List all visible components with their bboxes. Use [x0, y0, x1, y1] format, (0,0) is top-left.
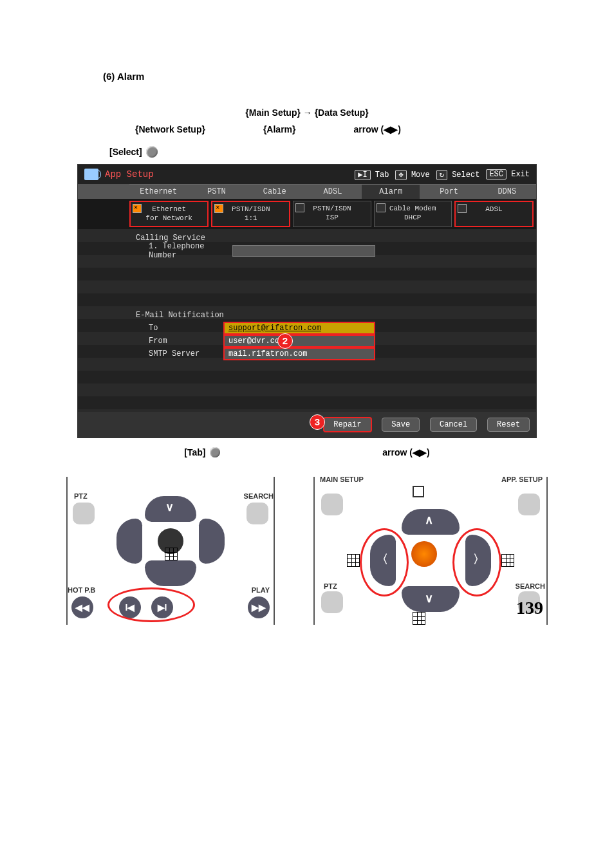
conn-sublabel: ISP: [326, 214, 339, 221]
hint-move: Move: [411, 171, 430, 180]
section-heading: (6) Alarm: [103, 71, 550, 82]
below-arrow-label: arrow (◀▶): [382, 447, 429, 457]
tab-adsl[interactable]: ADSL: [304, 184, 362, 199]
email-from-input[interactable]: user@dvr.com: [223, 335, 375, 347]
marker-2: 2: [277, 333, 293, 349]
dpad-left[interactable]: [116, 519, 142, 564]
grid-icon-left: [347, 554, 360, 567]
stop-icon-top: [413, 486, 424, 497]
tab-button-icon: [210, 447, 220, 457]
remote1-hotpb-label: HOT P.B: [68, 586, 95, 594]
app-title: App Setup: [105, 169, 154, 180]
hint-key-tab: ▶I: [355, 170, 370, 180]
grid-icon: [165, 548, 178, 560]
dpad-down[interactable]: [145, 560, 196, 586]
dpad-right[interactable]: [199, 519, 225, 564]
remote2-left-ring: [360, 528, 409, 596]
conn-pstn-11[interactable]: PSTN/ISDN 1:1: [211, 201, 290, 227]
checkbox-pstn-11[interactable]: [214, 204, 223, 213]
tab-port[interactable]: Port: [420, 184, 478, 199]
phone-number-input[interactable]: [232, 245, 375, 257]
checkbox-ethernet[interactable]: [133, 204, 142, 213]
grid-icon-bottom: [413, 612, 425, 625]
hint-tab: Tab: [375, 171, 389, 180]
dpad-down[interactable]: ∨: [402, 586, 460, 612]
remote2-ptz-button[interactable]: [321, 591, 343, 613]
remote1-ptz-button[interactable]: [73, 503, 95, 524]
repair-button[interactable]: Repair: [323, 417, 371, 432]
remote2-ptz-label: PTZ: [324, 582, 337, 590]
hint-exit: Exit: [511, 170, 530, 179]
remote2-mainsetup-label: MAIN SETUP: [320, 476, 364, 483]
tab-alarm[interactable]: Alarm: [362, 184, 420, 199]
remote1-ptz-label: PTZ: [74, 492, 88, 500]
tab-row: Ethernet PSTN Cable ADSL Alarm Port DDNS: [78, 184, 536, 199]
app-setup-screenshot: App Setup ▶I Tab ✥ Move ↻ Select ESC Exi…: [77, 164, 537, 438]
remote2-search-label: SEARCH: [516, 582, 545, 590]
remote2-mainsetup-button[interactable]: [321, 494, 343, 515]
dpad-up[interactable]: ∧: [402, 509, 460, 535]
nav-network-setup: {Network Setup}: [135, 124, 205, 134]
phone-number-label: 1. Telephone Number: [149, 242, 232, 260]
dpad-center-select[interactable]: [411, 541, 437, 567]
tab-ethernet[interactable]: Ethernet: [129, 184, 187, 199]
smtp-input[interactable]: mail.rifatron.com: [223, 347, 375, 360]
conn-label: PSTN/ISDN: [232, 205, 270, 213]
checkbox-cable-dhcp[interactable]: [377, 203, 386, 212]
remote1-highlight-ring: [107, 587, 195, 622]
app-logo-icon: [84, 169, 98, 180]
tab-ddns[interactable]: DDNS: [478, 184, 536, 199]
remote1-play-button[interactable]: ▶▶: [248, 596, 270, 618]
tab-cable[interactable]: Cable: [246, 184, 304, 199]
remote2-appsetup-button[interactable]: [518, 494, 540, 515]
save-button[interactable]: Save: [382, 418, 420, 432]
reset-button[interactable]: Reset: [487, 418, 530, 432]
conn-label: Cable Modem: [389, 205, 436, 212]
conn-sublabel: 1:1: [245, 214, 257, 222]
conn-adsl[interactable]: ADSL: [454, 201, 534, 227]
calling-service-title: Calling Service: [136, 234, 205, 243]
remote1-play-label: PLAY: [252, 586, 270, 594]
nav-alarm: {Alarm}: [263, 124, 296, 134]
keyboard-hints: ▶I Tab ✥ Move ↻ Select ESC Exit: [355, 170, 530, 180]
hint-key-move: ✥: [395, 170, 406, 180]
conn-ethernet[interactable]: Ethernet for Network: [129, 201, 209, 227]
select-button-icon: [146, 146, 158, 158]
email-notif-title: E-Mail Notification: [136, 311, 224, 320]
conn-sublabel: DHCP: [404, 214, 421, 221]
hint-select: Select: [452, 171, 479, 180]
conn-label: Ethernet: [152, 205, 186, 213]
remote-left: PTZ SEARCH ◀◀ HOT P.B ▶▶ PLAY ∨ I◀ ▶I: [66, 477, 275, 625]
conn-label: ADSL: [485, 205, 502, 213]
below-tab-label: [Tab]: [184, 447, 205, 457]
email-to-label: To: [149, 324, 158, 333]
remote2-appsetup-label: APP. SETUP: [501, 476, 543, 483]
marker-3: 3: [310, 414, 325, 430]
nav-path-line1: {Main Setup} → {Data Setup}: [64, 107, 550, 118]
remote2-right-ring: [452, 528, 501, 596]
remote1-hotpb-button[interactable]: ◀◀: [71, 596, 93, 618]
smtp-label: SMTP Server: [149, 349, 200, 358]
conn-pstn-isp[interactable]: PSTN/ISDN ISP: [293, 201, 371, 227]
conn-sublabel: for Network: [145, 214, 192, 222]
dpad-up[interactable]: ∨: [145, 496, 196, 522]
conn-label: PSTN/ISDN: [313, 205, 351, 212]
remote1-search-label: SEARCH: [244, 492, 274, 500]
hint-key-exit: ESC: [486, 169, 507, 180]
nav-arrow-lr-1: arrow (◀▶): [354, 124, 401, 134]
conn-cable-dhcp[interactable]: Cable Modem DHCP: [374, 201, 452, 227]
hint-key-select: ↻: [436, 170, 447, 180]
tab-pstn[interactable]: PSTN: [187, 184, 245, 199]
nav-select: [Select]: [109, 147, 142, 157]
checkbox-adsl[interactable]: [458, 204, 467, 213]
email-from-label: From: [149, 337, 167, 346]
grid-icon-right: [501, 554, 514, 567]
checkbox-pstn-isp[interactable]: [295, 203, 304, 212]
cancel-button[interactable]: Cancel: [430, 418, 477, 432]
page-number: 139: [516, 598, 543, 618]
remote-right: MAIN SETUP APP. SETUP PTZ SEARCH ∧ ∨ 〈 〉: [313, 477, 548, 625]
email-to-input[interactable]: support@rifatron.com: [223, 322, 375, 335]
remote1-search-button[interactable]: [247, 503, 268, 524]
